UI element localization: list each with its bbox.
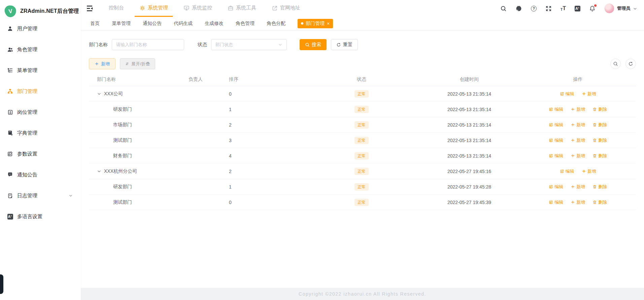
status-badge: 正常 [354,106,369,113]
status-select[interactable]: 部门状态 [211,39,287,50]
search-icon[interactable] [500,5,507,12]
nav-item-system-tools[interactable]: 系统工具 [223,0,261,17]
collapse-row-icon[interactable] [97,169,101,173]
theme-drawer-handle[interactable] [0,274,3,294]
table-row: 测试部门 3 正常 2022-05-13 21:35:14 编辑 新增 删除 [89,133,636,148]
dept-name: 市场部门 [113,122,132,128]
sidebar-item-label: 参数设置 [17,151,37,157]
app-logo-row[interactable]: V ZRAdmin.NET后台管理 [0,0,81,18]
sidebar-item-users[interactable]: 用户管理 [0,18,81,39]
status-badge: 正常 [354,199,369,206]
add-child-button[interactable]: 新增 [582,168,596,174]
nav-item-official-site[interactable]: 官网地址 [267,0,305,17]
toggle-search-button[interactable] [610,59,621,69]
plus-icon [571,200,575,204]
tab-department-admin-active[interactable]: 部门管理 × [298,19,333,28]
reset-button[interactable]: 重置 [331,39,358,50]
sidebar-item-dictionary[interactable]: 字典管理 [0,123,81,143]
add-child-button[interactable]: 新增 [571,106,585,112]
add-child-button[interactable]: 新增 [571,153,585,159]
nav-item-label: 系统监控 [192,5,212,11]
edit-button[interactable]: 编辑 [560,91,574,97]
search-button[interactable]: 搜索 [300,39,327,50]
created-time: 2022-05-13 21:35:14 [419,138,520,143]
sidebar-item-posts[interactable]: 岗位管理 [0,102,81,123]
status-badge: 正常 [354,90,369,98]
collapse-sidebar-icon[interactable] [86,4,94,12]
sidebar-item-notices[interactable]: 通知公告 [0,164,81,185]
collapse-row-icon[interactable] [97,92,101,96]
add-child-button[interactable]: 新增 [571,184,585,190]
notification-badge [594,4,597,7]
help-icon[interactable]: ? [531,6,537,11]
delete-button[interactable]: 删除 [592,122,607,128]
nav-item-system-admin[interactable]: 系统管理 [135,0,173,17]
plus-icon [582,92,586,96]
sidebar-item-departments[interactable]: 部门管理 [0,81,81,102]
nav-item-console[interactable]: 控制台 [104,0,129,17]
refresh-table-button[interactable] [625,59,636,69]
tab-codegen[interactable]: 代码生成 [174,21,193,27]
tab-home[interactable]: 首页 [90,21,100,27]
user-menu[interactable]: 管理员 [604,3,637,13]
edit-button[interactable]: 编辑 [549,153,563,159]
trash-icon [592,123,597,127]
dept-name-input[interactable] [112,39,184,50]
header-leader: 负责人 [183,76,224,82]
sidebar-item-parameters[interactable]: 参数设置 [0,143,81,164]
edit-button[interactable]: 编辑 [549,184,563,190]
status-select-placeholder: 部门状态 [215,42,233,48]
plus-icon [571,107,575,111]
github-icon[interactable] [515,5,522,12]
sidebar-item-languages[interactable]: Ax 多语言设置 [0,206,81,227]
edit-button[interactable]: 编辑 [549,137,563,143]
expand-collapse-button[interactable]: 展开/折叠 [120,58,155,69]
created-time: 2022-05-27 19:45:16 [419,169,520,174]
departments-table: 部门名称 负责人 排序 状态 创建时间 操作 XXX公司 0 正常 2022-0… [89,73,636,210]
edit-icon [549,107,553,111]
add-child-button[interactable]: 新增 [571,199,585,205]
status-badge: 正常 [354,137,369,144]
header-status: 状态 [304,76,419,82]
tab-bar: 首页 菜单管理 通知公告 代码生成 生成修改 角色管理 角色分配 部门管理 × [81,17,644,30]
sort-arrows-icon [125,62,129,66]
text-size-icon[interactable]: TT [561,5,566,11]
page-footer: Copyright ©2022 izhaorui.cn All Rights R… [81,288,644,300]
gear-icon [139,5,145,11]
dept-name: 测试部门 [113,137,132,143]
tab-gen-edit[interactable]: 生成修改 [205,21,224,27]
toolbox-icon [228,5,234,11]
logo-letter: V [8,7,13,14]
external-link-icon [272,5,278,11]
avatar[interactable] [604,3,614,13]
edit-button[interactable]: 编辑 [549,199,563,205]
edit-button[interactable]: 编辑 [549,106,563,112]
tab-menu-admin[interactable]: 菜单管理 [112,21,131,27]
tab-role-assign[interactable]: 角色分配 [267,21,285,27]
delete-button[interactable]: 删除 [592,199,607,205]
add-child-button[interactable]: 新增 [582,91,596,97]
add-child-button[interactable]: 新增 [571,122,585,128]
table-row: 研发部门 1 正常 2022-05-13 21:35:14 编辑 新增 删除 [89,102,636,117]
delete-button[interactable]: 删除 [592,153,607,159]
sidebar-item-menus[interactable]: 菜单管理 [0,60,81,81]
language-switch-icon[interactable]: Ax [575,6,580,11]
delete-button[interactable]: 删除 [592,106,607,112]
edit-button[interactable]: 编辑 [549,122,563,128]
tab-notices[interactable]: 通知公告 [143,21,162,27]
add-department-button[interactable]: 新增 [89,58,115,69]
dept-name-label: 部门名称 [89,42,108,48]
add-child-button[interactable]: 新增 [571,137,585,143]
nav-item-system-monitor[interactable]: 系统监控 [179,0,217,17]
notification-bell-icon[interactable] [589,5,596,12]
sidebar-item-logs[interactable]: 日志管理 [0,185,81,206]
tab-role-admin[interactable]: 角色管理 [236,21,255,27]
edit-button[interactable]: 编辑 [560,168,574,174]
delete-button[interactable]: 删除 [592,184,607,190]
close-tab-icon[interactable]: × [327,21,330,26]
delete-button[interactable]: 删除 [592,137,607,143]
org-chart-icon [7,88,13,95]
fullscreen-icon[interactable] [545,5,552,12]
sidebar-item-roles[interactable]: 角色管理 [0,39,81,60]
nav-item-label: 官网地址 [280,5,300,11]
